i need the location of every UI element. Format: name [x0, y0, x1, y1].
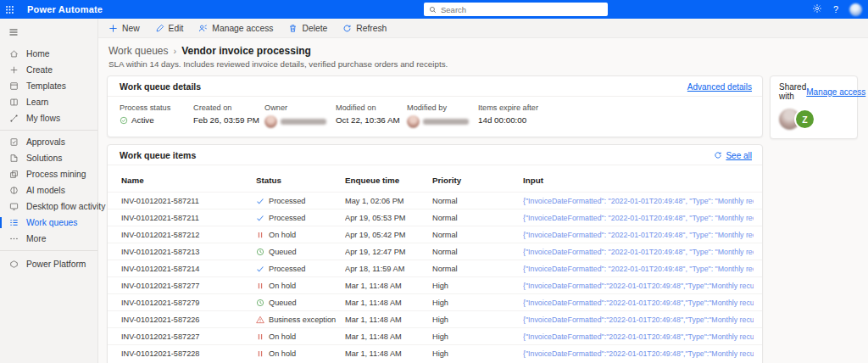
table-row[interactable]: INV-01012021-587212On holdApr 19, 05:42 …: [108, 226, 762, 243]
power-platform-icon: [9, 260, 19, 269]
home-icon: [9, 49, 19, 59]
advanced-details-link[interactable]: Advanced details: [687, 82, 752, 92]
cell-input-json[interactable]: {"InvoiceDateFormatted": "2022-01-01T20:…: [523, 214, 754, 222]
user-avatar[interactable]: [849, 3, 862, 16]
table-row[interactable]: INV-01012021-587277On holdMar 1, 11:48 A…: [108, 276, 762, 293]
search-box[interactable]: [424, 3, 608, 16]
cell-name: INV-01012021-587277: [121, 282, 256, 290]
hamburger-menu-icon[interactable]: [0, 19, 97, 46]
sidebar-item-work-queues[interactable]: Work queues: [0, 215, 97, 231]
sidebar-item-more[interactable]: More: [0, 231, 97, 247]
page-description: SLA within 14 days. Includes reviewed in…: [108, 59, 858, 69]
cell-name: INV-01012021-587213: [121, 248, 256, 256]
cell-input-json[interactable]: {"InvoiceDateFormatted":"2022-01-01T20:4…: [523, 349, 754, 358]
manage-access-button[interactable]: Manage access: [198, 24, 273, 33]
see-all-button[interactable]: See all: [714, 151, 752, 160]
table-row[interactable]: INV-01012021-587279QueuedMar 1, 11:48 AM…: [108, 293, 762, 310]
table-row[interactable]: INV-01012021-587227On holdMar 1, 11:48 A…: [108, 327, 762, 344]
detail-field-process-status: Process statusActive: [120, 103, 193, 128]
edit-button[interactable]: Edit: [155, 24, 184, 33]
column-header-name[interactable]: Name: [121, 176, 256, 185]
cell-enqueue-time: Mar 1, 11:48 AM: [345, 299, 432, 307]
clock-icon: [256, 299, 264, 307]
field-value: 14d 00:00:00: [478, 115, 549, 125]
cell-input-json[interactable]: {"InvoiceDateFormatted":"2022-01-01T20:4…: [523, 332, 754, 341]
cell-priority: Normal: [432, 265, 523, 273]
field-label: Owner: [264, 103, 336, 112]
sidebar-item-label: Learn: [26, 98, 48, 107]
settings-gear-icon[interactable]: [812, 2, 822, 17]
redacted-person-name: [281, 119, 326, 125]
table-row[interactable]: INV-01012021-587228On holdMar 1, 11:48 A…: [108, 344, 762, 361]
sidebar-item-templates[interactable]: Templates: [0, 78, 97, 94]
solutions-icon: [9, 154, 19, 163]
table-row[interactable]: INV-01012021-587214ProcessedApr 18, 11:5…: [108, 260, 762, 276]
toolbar-button-label: Refresh: [356, 24, 387, 33]
field-value: [407, 115, 478, 128]
work-queue-items-card: Work queue items See all NameStatusEnque…: [107, 144, 763, 363]
shared-user-avatar-initials[interactable]: Z: [794, 109, 815, 130]
cell-status: On hold: [256, 231, 345, 239]
sidebar-item-label: Home: [26, 49, 49, 59]
status-label: Business exception: [269, 316, 336, 324]
check-icon: [256, 197, 264, 205]
person-avatar: [264, 115, 277, 128]
sidebar-item-ai-models[interactable]: AI models: [0, 182, 97, 198]
sidebar-item-home[interactable]: Home: [0, 46, 97, 62]
sidebar-item-desktop-flow-activity[interactable]: Desktop flow activity: [0, 198, 97, 215]
column-header-input[interactable]: Input: [523, 176, 754, 185]
table-row[interactable]: INV-01012021-587213QueuedApr 19, 12:47 P…: [108, 243, 762, 260]
refresh-button[interactable]: Refresh: [342, 24, 387, 33]
field-value: [264, 115, 336, 128]
refresh-icon: [714, 151, 722, 159]
cell-input-json[interactable]: {"InvoiceDateFormatted": "2022-01-01T20:…: [523, 248, 754, 256]
plus-icon: [108, 24, 118, 33]
sidebar-item-my-flows[interactable]: My flows: [0, 110, 97, 126]
table-row[interactable]: INV-01012021-587211ProcessedApr 19, 05:5…: [108, 209, 762, 226]
table-row[interactable]: INV-01012021-587226Business exceptionMar…: [108, 310, 762, 327]
sidebar-item-power-platform[interactable]: Power Platform: [0, 256, 97, 272]
cell-priority: High: [432, 349, 523, 358]
waffle-icon[interactable]: [0, 0, 19, 19]
breadcrumb: Work queues › Vendor invoice processing: [108, 45, 858, 57]
pause-icon: [256, 231, 264, 239]
details-card-title: Work queue details: [120, 81, 201, 92]
column-header-enqueue-time[interactable]: Enqueue time: [345, 176, 432, 185]
approvals-icon: [9, 137, 19, 147]
pause-icon: [256, 332, 264, 341]
sidebar-item-solutions[interactable]: Solutions: [0, 150, 97, 166]
manage-access-link[interactable]: Manage access: [806, 87, 865, 97]
cell-enqueue-time: Apr 18, 11:59 AM: [345, 265, 432, 273]
cell-input-json[interactable]: {"InvoiceDateFormatted": "2022-01-01T20:…: [523, 265, 754, 273]
cell-input-json[interactable]: {"InvoiceDateFormatted":"2022-01-01T20:4…: [523, 316, 754, 324]
cell-input-json[interactable]: {"InvoiceDateFormatted":"2022-01-01T20:4…: [523, 282, 754, 290]
cell-name: INV-01012021-587211: [121, 197, 256, 205]
help-icon[interactable]: ?: [833, 4, 838, 14]
cell-priority: High: [432, 299, 523, 307]
table-row[interactable]: INV-01012021-587211ProcessedMay 1, 02:06…: [108, 192, 762, 209]
sidebar-divider: [0, 130, 97, 131]
status-label: On hold: [269, 282, 296, 290]
cell-name: INV-01012021-587214: [121, 265, 256, 273]
cell-enqueue-time: Apr 19, 12:47 PM: [345, 248, 432, 256]
breadcrumb-work-queues[interactable]: Work queues: [108, 45, 168, 57]
search-input[interactable]: [441, 5, 603, 14]
column-header-priority[interactable]: Priority: [432, 176, 523, 185]
learn-book-icon: [9, 98, 19, 107]
new-button[interactable]: New: [108, 24, 140, 33]
sidebar-item-learn[interactable]: Learn: [0, 94, 97, 110]
cell-status: On hold: [256, 349, 345, 358]
column-header-status[interactable]: Status: [256, 176, 345, 185]
sidebar-item-process-mining[interactable]: Process mining: [0, 166, 97, 182]
sidebar-item-create[interactable]: Create: [0, 62, 97, 78]
cell-enqueue-time: Apr 19, 05:53 PM: [345, 214, 432, 222]
flows-icon: [9, 114, 19, 123]
cell-input-json[interactable]: {"InvoiceDateFormatted":"2022-01-01T20:4…: [523, 299, 754, 307]
delete-button[interactable]: Delete: [288, 24, 327, 33]
cell-input-json[interactable]: {"InvoiceDateFormatted": "2022-01-01T20:…: [523, 197, 754, 205]
command-toolbar: NewEditManage accessDeleteRefresh: [98, 19, 868, 38]
cell-name: INV-01012021-587279: [121, 299, 256, 307]
work-queue-details-card: Work queue details Advanced details Proc…: [107, 75, 763, 137]
cell-input-json[interactable]: {"InvoiceDateFormatted": "2022-01-01T20:…: [523, 231, 754, 239]
sidebar-item-approvals[interactable]: Approvals: [0, 134, 97, 150]
